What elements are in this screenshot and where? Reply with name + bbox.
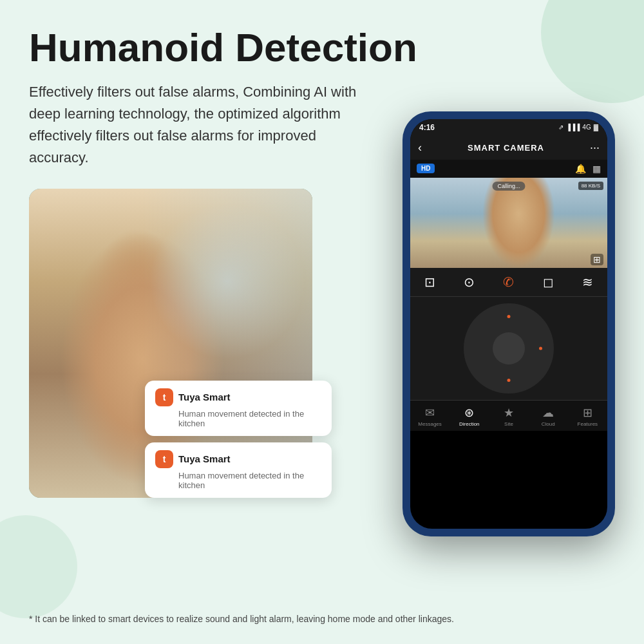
scan-icon[interactable]: ⊡ [424,274,435,290]
joystick-dot-bottom [507,379,511,382]
notif-text-2: Human movement detected in the kitchen [155,471,321,490]
notif-brand-2: Tuya Smart [178,453,231,464]
more-button[interactable]: ··· [590,141,600,155]
speaker-icon[interactable]: 🔔 [575,164,586,174]
camera-ctrl-icons: 🔔 ▦ [575,164,601,174]
joystick-dot-right [539,346,542,350]
page-description: Effectively filters out false alarms, Co… [29,81,370,169]
site-icon: ★ [504,406,514,420]
features-icon: ⊞ [583,406,592,420]
layout-icon[interactable]: ▦ [592,164,601,174]
tuya-icon-letter-1: t [163,392,166,402]
hd-badge[interactable]: HD [417,164,435,173]
direction-icon: ⊛ [464,406,474,420]
tuya-icon-2: t [155,450,173,468]
nav-messages[interactable]: ✉ Messages [410,406,450,427]
pip-button[interactable]: ⊞ [591,254,603,265]
notif-brand-1: Tuya Smart [178,392,231,402]
nav-cloud[interactable]: ☁ Cloud [529,406,568,427]
speed-badge: 88 KB/S [578,182,603,190]
status-bar: 4:16 ⇗ ▐▐▐ 4G ▓ [410,119,607,136]
phone-wrapper: 4:16 ⇗ ▐▐▐ 4G ▓ ‹ SMART CAMERA ··· [402,111,615,536]
notif-header-2: t Tuya Smart [155,450,321,468]
app-header: ‹ SMART CAMERA ··· [410,136,607,160]
nav-site[interactable]: ★ Site [489,406,528,427]
call-icon[interactable]: ✆ [503,274,514,290]
location-icon: ⇗ [558,124,564,131]
battery-icon: ▓ [594,124,598,131]
notif-header-1: t Tuya Smart [155,388,321,406]
joystick-outer[interactable] [464,303,554,393]
tuya-icon-1: t [155,388,173,406]
phone-frame: 4:16 ⇗ ▐▐▐ 4G ▓ ‹ SMART CAMERA ··· [402,111,615,536]
status-icons: ⇗ ▐▐▐ 4G ▓ [558,124,598,131]
camera-controls-row: HD 🔔 ▦ [410,160,607,178]
notification-card-2: t Tuya Smart Human movement detected in … [145,442,332,498]
network-type: 4G [582,124,591,131]
filter-icon[interactable]: ≋ [582,274,593,290]
messages-icon: ✉ [425,406,435,420]
notif-text-1: Human movement detected in the kitchen [155,409,321,428]
joystick-center[interactable] [493,332,525,365]
content-row: t Tuya Smart Human movement detected in … [29,189,615,498]
joystick-dot-top [507,315,511,318]
phone-screen: 4:16 ⇗ ▐▐▐ 4G ▓ ‹ SMART CAMERA ··· [410,119,607,529]
tuya-icon-letter-2: t [163,454,166,464]
status-time: 4:16 [419,123,435,132]
nav-features[interactable]: ⊞ Features [568,406,607,427]
joystick-area[interactable] [410,297,607,400]
notification-card-1: t Tuya Smart Human movement detected in … [145,381,332,436]
action-row: ⊡ ⊙ ✆ ◻ ≋ [410,268,607,297]
app-title: SMART CAMERA [468,143,544,153]
record-icon[interactable]: ◻ [543,274,554,290]
cloud-icon: ☁ [542,406,554,420]
page-title: Humanoid Detection [29,26,615,70]
signal-strength: ▐▐▐ [566,124,580,131]
notifications-wrapper: t Tuya Smart Human movement detected in … [145,381,332,504]
nav-direction[interactable]: ⊛ Direction [450,406,489,427]
camera-icon[interactable]: ⊙ [464,274,475,290]
camera-feed: Calling... 88 KB/S ⊞ [410,178,607,268]
footer-note: * It can be linked to smart devices to r… [29,613,615,626]
bottom-nav: ✉ Messages ⊛ Direction ★ Site ☁ [410,400,607,431]
calling-badge: Calling... [492,182,525,191]
back-button[interactable]: ‹ [418,141,422,155]
main-container: Humanoid Detection Effectively filters o… [0,0,644,644]
